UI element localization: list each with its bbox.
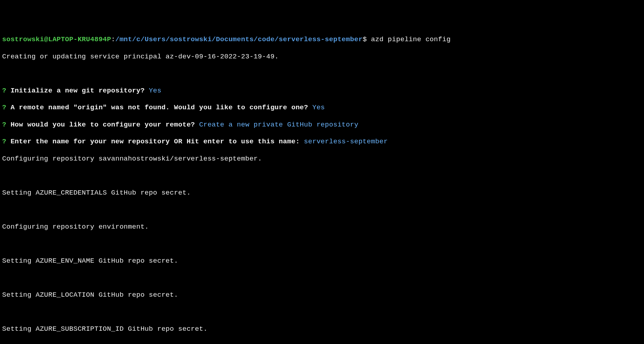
prompt-colon: : <box>111 35 115 43</box>
question-mark-icon: ? <box>2 121 6 129</box>
question-line[interactable]: ? How would you like to configure your r… <box>2 121 642 129</box>
question-mark-icon: ? <box>2 138 6 145</box>
output-line: Setting AZURE_LOCATION GitHub repo secre… <box>2 291 642 300</box>
user-host: sostrowski@LAPTOP-KRU4894P <box>2 35 111 43</box>
answer-text: Yes <box>312 104 325 111</box>
blank-line <box>2 172 642 180</box>
prompt-line[interactable]: sostrowski@LAPTOP-KRU4894P:/mnt/c/Users/… <box>2 35 642 44</box>
cwd-path: /mnt/c/Users/sostrowski/Documents/code/s… <box>115 35 362 43</box>
output-line: Setting AZURE_ENV_NAME GitHub repo secre… <box>2 257 642 266</box>
question-text: Enter the name for your new repository O… <box>6 138 304 145</box>
question-line[interactable]: ? Enter the name for your new repository… <box>2 138 642 146</box>
question-text: How would you like to configure your rem… <box>6 121 199 129</box>
blank-line <box>2 274 642 282</box>
question-line[interactable]: ? Initialize a new git repository? Yes <box>2 87 642 95</box>
output-line: Creating or updating service principal a… <box>2 53 642 61</box>
output-line: Setting AZURE_SUBSCRIPTION_ID GitHub rep… <box>2 325 642 334</box>
output-line: Configuring repository savannahostrowski… <box>2 155 642 163</box>
answer-text: Yes <box>149 87 162 95</box>
blank-line <box>2 70 642 78</box>
question-text: Initialize a new git repository? <box>6 87 149 95</box>
blank-line <box>2 206 642 214</box>
question-line[interactable]: ? A remote named "origin" was not found.… <box>2 104 642 112</box>
answer-text: Create a new private GitHub repository <box>199 121 359 129</box>
question-mark-icon: ? <box>2 104 6 111</box>
blank-line <box>2 342 642 344</box>
output-line: Configuring repository environment. <box>2 223 642 231</box>
blank-line <box>2 308 642 316</box>
output-line: Setting AZURE_CREDENTIALS GitHub repo se… <box>2 189 642 197</box>
question-text: A remote named "origin" was not found. W… <box>6 104 312 111</box>
command-text: azd pipeline config <box>371 35 451 43</box>
blank-line <box>2 240 642 248</box>
answer-text: serverless-september <box>304 138 388 145</box>
prompt-dollar: $ <box>362 35 371 43</box>
question-mark-icon: ? <box>2 87 6 95</box>
